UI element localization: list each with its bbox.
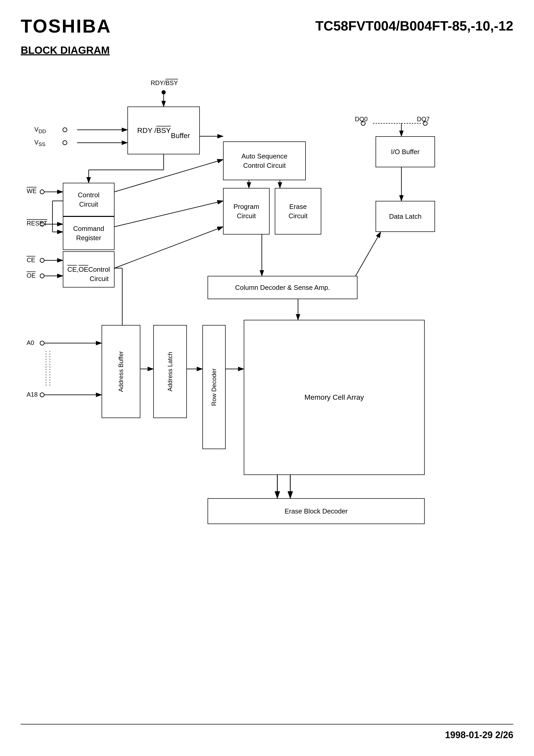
product-title: TC58FVT004/B004FT-85,-10,-12 xyxy=(315,18,513,34)
command-register-box: CommandRegister xyxy=(63,216,115,250)
a0-label: A0 xyxy=(27,339,34,346)
control-circuit-box: ControlCircuit xyxy=(63,183,115,216)
section-title: BLOCK DIAGRAM xyxy=(21,44,513,56)
rdy-bsy-buffer-box: RDY / BSYBuffer xyxy=(127,107,200,154)
svg-point-6 xyxy=(63,128,67,132)
svg-point-2 xyxy=(162,90,166,94)
vdd-label: VDD xyxy=(34,126,46,134)
svg-point-36 xyxy=(40,341,44,345)
ce-oe-control-box: CE, OEControlCircuit xyxy=(63,251,115,287)
rdy-bsy-pin-label: RDY/BSY xyxy=(151,79,178,87)
data-latch-box: Data Latch xyxy=(376,201,435,232)
page: TOSHIBA TC58FVT004/B004FT-85,-10,-12 BLO… xyxy=(0,0,534,756)
column-decoder-box: Column Decoder & Sense Amp. xyxy=(207,276,358,299)
address-buffer-box: Address Buffer xyxy=(102,325,140,418)
memory-cell-box: Memory Cell Array xyxy=(244,320,425,475)
io-buffer-box: I/O Buffer xyxy=(376,136,435,167)
svg-line-24 xyxy=(115,201,223,227)
svg-point-12 xyxy=(40,190,44,194)
a18-label: A18 xyxy=(27,391,38,398)
block-diagram: RDY/BSY RDY / BSYBuffer VDD VSS WE Contr… xyxy=(27,72,507,640)
svg-point-18 xyxy=(40,274,44,278)
svg-point-16 xyxy=(40,258,44,262)
dq7-label: DQ7 xyxy=(417,116,430,123)
vss-label: VSS xyxy=(34,139,45,148)
we-label: WE xyxy=(27,187,37,195)
auto-sequence-box: Auto SequenceControl Circuit xyxy=(223,142,306,180)
program-circuit-box: ProgramCircuit xyxy=(223,188,270,234)
reset-label: RESET xyxy=(27,220,47,227)
erase-circuit-box: EraseCircuit xyxy=(275,188,321,234)
ce-label: CE xyxy=(27,256,35,264)
row-decoder-box: Row Decoder xyxy=(202,325,226,449)
footer: 1998-01-29 2/26 xyxy=(21,724,513,741)
svg-line-23 xyxy=(115,159,223,192)
logo: TOSHIBA xyxy=(21,15,111,37)
svg-line-25 xyxy=(115,227,223,268)
footer-date-page: 1998-01-29 2/26 xyxy=(445,730,513,741)
header: TOSHIBA TC58FVT004/B004FT-85,-10,-12 xyxy=(21,15,513,37)
svg-point-38 xyxy=(40,393,44,397)
address-latch-box: Address Latch xyxy=(153,325,187,418)
oe-label: OE xyxy=(27,272,36,279)
svg-point-7 xyxy=(63,141,67,145)
dq0-label: DQ0 xyxy=(355,116,367,123)
erase-block-box: Erase Block Decoder xyxy=(207,498,425,524)
